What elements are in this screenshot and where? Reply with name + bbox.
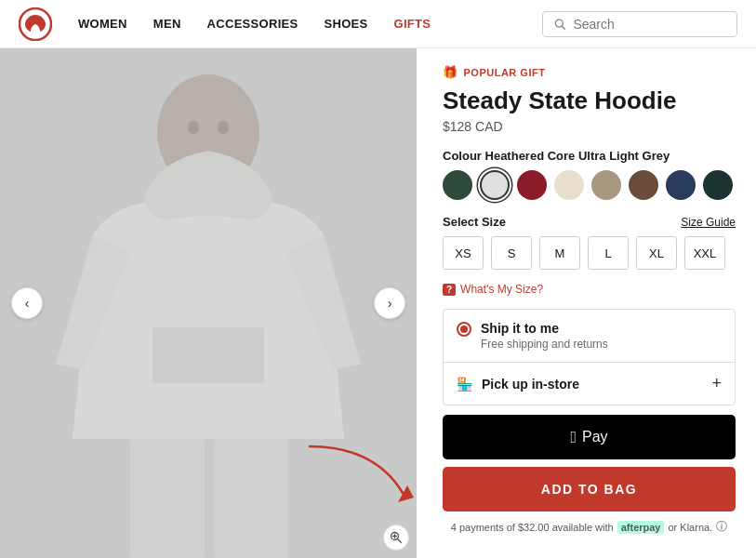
swatch-cream[interactable] [554, 170, 584, 200]
badge-text: POPULAR GIFT [464, 67, 546, 78]
svg-rect-7 [130, 439, 205, 558]
payment-options-line: 4 payments of $32.00 available with afte… [443, 519, 736, 535]
arrow-indicator [300, 437, 417, 512]
klarna-suffix-text: or Klarna. [668, 522, 712, 533]
search-input[interactable] [573, 17, 725, 32]
size-guide-link[interactable]: Size Guide [681, 216, 736, 229]
size-buttons: XS S M L XL XXL [443, 236, 736, 270]
colour-section: Colour Heathered Core Ultra Light Grey [443, 149, 736, 200]
ship-subtitle: Free shipping and returns [481, 338, 722, 351]
add-to-bag-button[interactable]: ADD TO BAG [443, 467, 736, 512]
nav-gifts[interactable]: GIFTS [394, 17, 431, 31]
main-content: ‹ › 🎁 POPULAR GIFT Steady State Hoodie $… [0, 48, 756, 558]
swatch-dark-green[interactable] [443, 170, 472, 200]
store-icon: 🏪 [457, 377, 472, 392]
colour-label: Colour Heathered Core Ultra Light Grey [443, 149, 736, 163]
ship-text: Ship it to me Free shipping and returns [481, 321, 722, 351]
size-m[interactable]: M [539, 236, 580, 270]
colour-swatches [443, 170, 736, 200]
whats-my-size-text: What's My Size? [460, 283, 543, 296]
colour-name: Heathered Core Ultra Light Grey [485, 149, 670, 163]
whats-my-size-link[interactable]: ? What's My Size? [443, 283, 736, 296]
prev-image-button[interactable]: ‹ [11, 287, 43, 319]
size-label: Select Size [443, 215, 506, 229]
nav-women[interactable]: WOMEN [78, 17, 127, 31]
size-xxl[interactable]: XXL [684, 236, 725, 270]
navigation: WOMEN MEN ACCESSORIES SHOES GIFTS [0, 0, 756, 48]
zoom-button[interactable] [383, 525, 409, 551]
ship-to-me-option[interactable]: Ship it to me Free shipping and returns [444, 310, 735, 362]
info-icon[interactable]: ⓘ [716, 519, 727, 535]
lululemon-logo[interactable] [19, 7, 52, 41]
pickup-expand-icon: + [711, 374, 722, 393]
svg-line-2 [562, 26, 564, 29]
size-l[interactable]: L [588, 236, 629, 270]
ship-title: Ship it to me [481, 321, 722, 336]
product-detail-panel: 🎁 POPULAR GIFT Steady State Hoodie $128 … [417, 48, 756, 558]
apple-pay-button[interactable]:  Pay [443, 415, 736, 459]
gift-icon: 🎁 [443, 65, 458, 79]
nav-shoes[interactable]: SHOES [325, 17, 368, 31]
size-s[interactable]: S [491, 236, 532, 270]
size-header: Select Size Size Guide [443, 215, 736, 229]
nav-men[interactable]: MEN [153, 17, 181, 31]
pickup-in-store-option[interactable]: 🏪 Pick up in-store + [444, 362, 735, 405]
popular-gift-badge: 🎁 POPULAR GIFT [443, 65, 736, 79]
product-image-panel: ‹ › [0, 48, 417, 558]
size-help-icon: ? [443, 284, 456, 296]
nav-links: WOMEN MEN ACCESSORIES SHOES GIFTS [78, 17, 542, 31]
search-icon [554, 18, 565, 31]
size-xs[interactable]: XS [443, 236, 484, 270]
svg-rect-8 [214, 439, 288, 558]
radio-selected-indicator [460, 326, 468, 333]
svg-point-9 [188, 121, 199, 134]
svg-point-10 [218, 121, 229, 134]
shipping-section: Ship it to me Free shipping and returns … [443, 309, 736, 405]
swatch-light-grey[interactable] [480, 170, 510, 200]
product-title: Steady State Hoodie [443, 86, 736, 115]
search-box [542, 11, 737, 37]
swatch-burgundy[interactable] [517, 170, 547, 200]
ship-radio [457, 322, 471, 337]
product-price: $128 CAD [443, 119, 736, 134]
svg-rect-6 [153, 327, 264, 383]
svg-line-13 [398, 539, 402, 543]
swatch-taupe[interactable] [591, 170, 621, 200]
klarna-prefix-text: 4 payments of $32.00 available with [451, 522, 614, 533]
afterpay-logo: afterpay [617, 521, 665, 534]
zoom-icon [390, 531, 403, 544]
apple-logo-icon:  [570, 428, 577, 447]
swatch-dark-teal[interactable] [703, 170, 733, 200]
swatch-navy[interactable] [666, 170, 696, 200]
pickup-text: Pick up in-store [482, 377, 702, 392]
next-image-button[interactable]: › [374, 287, 405, 319]
size-xl[interactable]: XL [636, 236, 677, 270]
size-section: Select Size Size Guide XS S M L XL XXL [443, 215, 736, 270]
nav-accessories[interactable]: ACCESSORIES [207, 17, 298, 31]
swatch-brown[interactable] [629, 170, 658, 200]
apple-pay-label: Pay [582, 429, 608, 445]
